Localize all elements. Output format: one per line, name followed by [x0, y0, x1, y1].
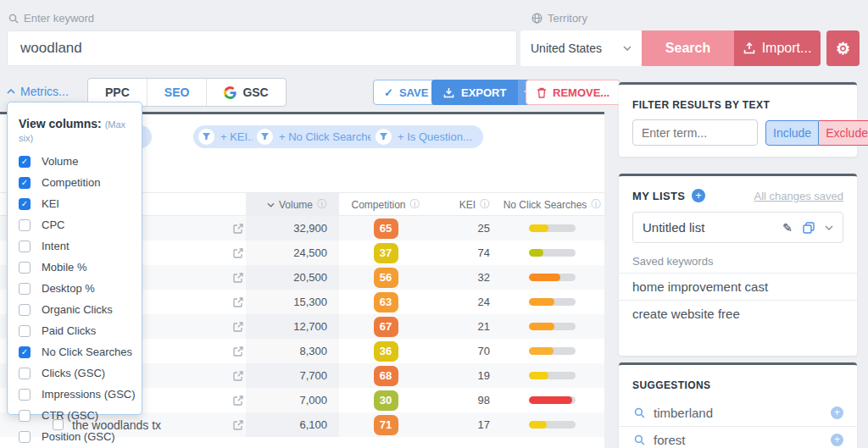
metrics-link-label: Metrics...	[20, 85, 69, 98]
external-link-icon[interactable]	[232, 321, 244, 333]
filter-panel-title: FILTER RESULTS BY TEXT	[619, 85, 857, 111]
competition-badge: 30	[374, 390, 398, 411]
export-button[interactable]: EXPORT	[431, 80, 537, 105]
metric-item-label: CTR (GSC)	[42, 409, 98, 422]
metric-checkbox-item[interactable]: Paid Clicks	[8, 320, 142, 341]
remove-button[interactable]: REMOVE...	[526, 80, 620, 105]
metric-checkbox-item[interactable]: ✓ Competition	[8, 172, 142, 193]
metric-checkbox-item[interactable]: CTR (GSC)	[8, 405, 142, 426]
add-suggestion-button[interactable]: +	[831, 434, 843, 446]
metric-checkbox-item[interactable]: Impressions (GSC)	[8, 384, 142, 405]
column-header-kei[interactable]: KEI ⓘ	[432, 193, 500, 216]
all-changes-saved-link[interactable]: All changes saved	[754, 190, 843, 202]
tab-seo[interactable]: SEO	[147, 79, 207, 106]
export-button-main[interactable]: EXPORT	[431, 80, 518, 105]
info-icon[interactable]: ⓘ	[317, 197, 327, 212]
current-list-name: Untitled list	[643, 220, 704, 235]
settings-button[interactable]: ⚙	[826, 30, 860, 66]
suggestion-item[interactable]: forest+	[619, 426, 857, 448]
unchecked-checkbox[interactable]	[19, 389, 31, 401]
metric-item-label: Organic Clicks	[42, 303, 113, 316]
column-header-no-click-searches[interactable]: No Click Searches ⓘ	[500, 193, 604, 216]
edit-list-name-icon[interactable]: ✎	[782, 221, 793, 235]
external-link-icon[interactable]	[232, 296, 244, 308]
saved-keyword-item[interactable]: home improvement cast	[619, 273, 857, 300]
kei-cell: 32	[432, 265, 500, 290]
add-suggestion-button[interactable]: +	[831, 407, 843, 419]
unchecked-checkbox[interactable]	[19, 283, 31, 295]
checked-checkbox[interactable]: ✓	[19, 177, 31, 189]
unchecked-checkbox[interactable]	[19, 410, 31, 422]
no-click-searches-cell	[500, 265, 604, 290]
unchecked-checkbox[interactable]	[19, 431, 31, 443]
column-header-volume[interactable]: Volume ⓘ	[246, 193, 339, 216]
checked-checkbox[interactable]: ✓	[19, 346, 31, 358]
metric-checkbox-item[interactable]: Position (GSC)	[8, 426, 142, 447]
import-button[interactable]: Import...	[734, 30, 821, 66]
no-click-bar-track	[529, 249, 576, 257]
metric-checkbox-item[interactable]: Mobile %	[8, 257, 142, 278]
unchecked-checkbox[interactable]	[19, 304, 31, 316]
competition-cell: 36	[339, 339, 432, 363]
no-click-bar-fill	[529, 347, 554, 355]
external-link-icon[interactable]	[232, 370, 244, 382]
external-link-icon[interactable]	[232, 419, 244, 431]
unchecked-checkbox[interactable]	[19, 219, 31, 231]
external-link-icon[interactable]	[232, 395, 244, 407]
save-button[interactable]: ✓ SAVE	[373, 80, 439, 105]
metric-checkbox-item[interactable]: Intent	[8, 235, 142, 257]
keyword-input[interactable]	[7, 30, 517, 66]
no-click-bar-track	[529, 298, 576, 306]
column-header-competition[interactable]: Competition ⓘ	[339, 193, 432, 216]
filter-chip[interactable]: + Is Question...	[370, 125, 483, 148]
copy-list-icon[interactable]	[803, 222, 815, 234]
external-link-icon[interactable]	[232, 223, 244, 235]
trash-icon	[537, 87, 547, 98]
metric-checkbox-item[interactable]: ✓ KEI	[8, 193, 142, 214]
filter-term-input[interactable]	[632, 119, 758, 146]
tab-gsc[interactable]: GSC	[206, 79, 285, 106]
metric-checkbox-item[interactable]: Clicks (GSC)	[8, 362, 142, 384]
chevron-down-icon[interactable]	[825, 225, 833, 230]
exclude-button[interactable]: Exclude	[819, 120, 868, 146]
external-link-icon[interactable]	[232, 272, 244, 284]
include-button[interactable]: Include	[765, 120, 819, 146]
no-click-bar-fill	[529, 396, 572, 404]
unchecked-checkbox[interactable]	[19, 262, 31, 274]
checked-checkbox[interactable]: ✓	[19, 198, 31, 210]
search-icon	[8, 14, 19, 24]
metric-checkbox-item[interactable]: Organic Clicks	[8, 299, 142, 320]
competition-cell: 71	[339, 412, 432, 437]
metric-checkbox-item[interactable]: Desktop %	[8, 278, 142, 299]
metrics-columns-dropdown: View columns: (Max six) ✓ Volume ✓ Compe…	[7, 102, 142, 415]
metrics-dropdown-toggle[interactable]: Metrics...	[7, 85, 69, 98]
competition-badge: 71	[374, 415, 398, 435]
metric-checkbox-item[interactable]: ✓ Volume	[8, 151, 142, 172]
unchecked-checkbox[interactable]	[19, 368, 31, 379]
kei-header-label: KEI	[459, 199, 476, 211]
external-link-icon[interactable]	[232, 247, 244, 259]
no-click-bar-track	[529, 347, 576, 355]
checked-checkbox[interactable]: ✓	[19, 156, 31, 168]
competition-badge: 68	[374, 366, 398, 386]
metric-checkbox-item[interactable]: CPC	[8, 214, 142, 235]
no-click-bar-track	[529, 224, 576, 232]
unchecked-checkbox[interactable]	[19, 241, 31, 252]
info-icon[interactable]: ⓘ	[591, 197, 601, 212]
info-icon[interactable]: ⓘ	[410, 197, 420, 212]
no-click-searches-cell	[500, 241, 604, 265]
external-link-icon[interactable]	[232, 346, 244, 357]
info-icon[interactable]: ⓘ	[480, 197, 490, 212]
metric-checkbox-item[interactable]: ✓ No Click Searches	[8, 341, 142, 362]
search-button[interactable]: Search	[642, 30, 734, 66]
unchecked-checkbox[interactable]	[19, 325, 31, 337]
import-button-label: Import...	[762, 41, 812, 56]
country-select[interactable]: United States	[520, 30, 642, 66]
metric-item-label: Clicks (GSC)	[42, 367, 105, 379]
add-list-button[interactable]: +	[692, 189, 705, 202]
no-click-bar-track	[529, 421, 576, 429]
saved-keyword-item[interactable]: create website free	[619, 300, 857, 327]
suggestion-item[interactable]: timberland+	[619, 400, 857, 426]
current-list-selector[interactable]: Untitled list ✎	[632, 212, 843, 243]
volume-cell: 7,700	[246, 363, 339, 388]
